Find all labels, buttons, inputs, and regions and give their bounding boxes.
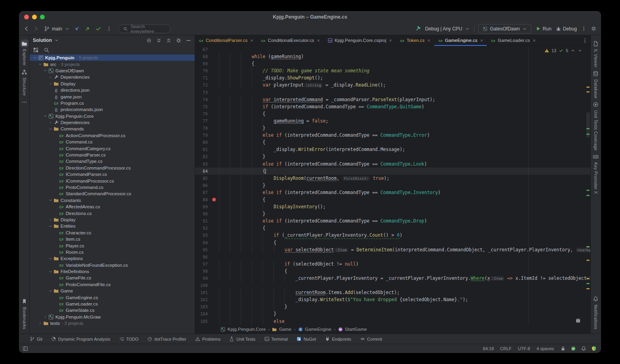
tool-window-button-unit-tests-coverage[interactable]: Unit Tests Coverage xyxy=(592,100,600,152)
line-number[interactable]: 87 xyxy=(195,189,209,196)
tree-item-command-cs[interactable]: C#Command.cs xyxy=(30,139,195,145)
close-tab-icon[interactable]: × xyxy=(389,38,392,43)
code-line-67[interactable]: 67 xyxy=(195,46,590,53)
breakpoint-icon[interactable] xyxy=(212,198,216,202)
code-line-81[interactable]: 81_display.WriteError(interpretedCommand… xyxy=(195,146,590,153)
tool-window-button-dottrace-profiler[interactable]: dotTrace Profiler xyxy=(147,336,186,341)
back-icon[interactable] xyxy=(23,26,29,32)
tool-window-button-git[interactable]: Git xyxy=(30,336,42,341)
gutter[interactable] xyxy=(209,46,219,53)
gutter[interactable] xyxy=(209,318,219,325)
chevron-down-icon[interactable] xyxy=(47,256,53,261)
code-line-69[interactable]: 69{ xyxy=(195,60,590,67)
line-number[interactable]: 99 xyxy=(195,275,209,282)
gutter[interactable] xyxy=(209,217,219,224)
breadcrumb-gameengine[interactable]: CGameEngine xyxy=(298,327,332,332)
tool-window-button-terminal[interactable]: Terminal xyxy=(264,336,288,341)
line-number[interactable]: 96 xyxy=(195,253,209,260)
tree-item-player-cs[interactable]: C#Player.cs xyxy=(30,242,195,249)
code-line-104[interactable]: 104} xyxy=(195,310,590,317)
tree-item-program-cs[interactable]: C#Program.cs xyxy=(30,100,195,106)
tree-item-commands[interactable]: Commands xyxy=(30,126,195,132)
tab-options-icon[interactable] xyxy=(582,38,588,43)
tree-item-entities[interactable]: Entities xyxy=(30,223,195,229)
gutter[interactable] xyxy=(209,139,219,146)
gutter[interactable] xyxy=(209,253,219,260)
code-line-90[interactable]: 90} xyxy=(195,210,590,217)
line-number[interactable]: 86 xyxy=(195,182,209,189)
tree-item-gamefile-cs[interactable]: C#GameFile.cs xyxy=(30,275,195,281)
tree-item-filedefinitions[interactable]: FileDefinitions xyxy=(30,268,195,275)
gutter[interactable] xyxy=(209,124,219,132)
chevron-right-icon[interactable] xyxy=(37,321,43,326)
error-stripe-mark[interactable] xyxy=(586,87,590,88)
tree-item-game[interactable]: Game xyxy=(30,288,195,294)
code-line-68[interactable]: 68while (gameRunning) xyxy=(195,53,590,60)
scope-icon[interactable] xyxy=(33,47,39,53)
chevron-down-icon[interactable] xyxy=(42,68,48,74)
line-number[interactable]: 78 xyxy=(195,124,209,132)
code-line-103[interactable]: 103} xyxy=(195,303,590,310)
close-tab-icon[interactable]: × xyxy=(427,38,430,43)
code-line-93[interactable]: 93if (_currentPlayer.PlayerInventory.Cou… xyxy=(195,232,590,239)
gutter[interactable] xyxy=(209,160,219,168)
line-number[interactable]: 95 xyxy=(195,246,209,253)
check-circle-icon[interactable] xyxy=(571,346,576,351)
magnifier-icon[interactable] xyxy=(44,47,49,53)
line-number[interactable]: 93 xyxy=(195,232,209,239)
settings-icon[interactable] xyxy=(591,26,597,32)
code-line-92[interactable]: 92{ xyxy=(195,224,590,232)
tree-item-display[interactable]: Display xyxy=(30,217,195,223)
commit-checkmark-icon[interactable] xyxy=(95,26,101,32)
line-number[interactable]: 75 xyxy=(195,103,209,110)
gutter[interactable] xyxy=(209,232,219,239)
gutter[interactable] xyxy=(209,168,219,175)
chevron-down-icon[interactable] xyxy=(32,55,38,60)
gutter[interactable] xyxy=(209,175,219,182)
line-number[interactable]: 74 xyxy=(195,96,209,103)
code-line-73[interactable]: 73 xyxy=(195,89,590,96)
tab-conditionalparser-cs[interactable]: C#ConditionalParser.cs× xyxy=(195,35,257,45)
line-number[interactable]: 72 xyxy=(195,81,209,89)
close-tab-icon[interactable]: × xyxy=(317,38,320,43)
expand-all-icon[interactable] xyxy=(156,38,162,43)
line-number[interactable]: 91 xyxy=(195,217,209,224)
tree-item-protocommands-json[interactable]: {}protocommands.json xyxy=(30,106,195,113)
build-icon[interactable] xyxy=(415,26,421,32)
code-line-70[interactable]: 70// TODO: Make game state mean somethin… xyxy=(195,67,590,74)
gutter[interactable] xyxy=(209,110,219,117)
tab-kpjg-penguin-core-csproj[interactable]: C#Kpjg.Penguin.Core.csproj× xyxy=(324,35,396,45)
tool-window-button-database[interactable]: Database xyxy=(592,69,600,100)
line-number[interactable]: 76 xyxy=(195,110,209,117)
error-stripe-mark[interactable] xyxy=(586,190,590,191)
tool-window-button-dynamic-program-analysis[interactable]: Dynamic Program Analysis xyxy=(51,336,110,341)
window-layouts-icon[interactable] xyxy=(23,346,28,351)
tree-item-actioncommandprocessor-cs[interactable]: C#ActionCommandProcessor.cs xyxy=(30,132,195,139)
vcs-more-icon[interactable] xyxy=(106,26,112,32)
line-number[interactable]: 69 xyxy=(195,60,209,67)
search-everywhere[interactable]: Search everywhere xyxy=(118,25,171,33)
tree-item-directions-cs[interactable]: C#Directions.cs xyxy=(30,210,195,216)
code-line-86[interactable]: 86} xyxy=(195,182,590,189)
tree-item-character-cs[interactable]: C#Character.cs xyxy=(30,230,195,236)
tree-item-icommandparser-cs[interactable]: C#ICommandParser.cs xyxy=(30,171,195,177)
tool-window-button-unit-tests[interactable]: Unit Tests xyxy=(229,336,255,341)
tool-window-button-structure[interactable]: Structure xyxy=(21,67,28,97)
inspections-widget[interactable]: 13 5 xyxy=(543,48,584,53)
close-tab-icon[interactable]: × xyxy=(250,38,253,43)
locate-icon[interactable] xyxy=(146,38,152,43)
tree-item-src[interactable]: src· 3 projects xyxy=(30,61,195,67)
code-line-97[interactable]: 97if (selectedObject != null) xyxy=(195,260,590,268)
tree-item-display[interactable]: Display xyxy=(30,81,195,87)
gutter[interactable] xyxy=(209,96,219,103)
tree-item-dependencies[interactable]: Dependencies xyxy=(30,74,195,80)
code-line-75[interactable]: 75if (interpretedCommand.CommandType == … xyxy=(195,103,590,110)
gutter[interactable] xyxy=(209,310,219,317)
tool-window-button-endpoints[interactable]: Endpoints xyxy=(325,336,351,341)
gutter[interactable] xyxy=(209,117,219,124)
tree-item-commandcategory-cs[interactable]: C#CommandCategory.cs xyxy=(30,145,195,151)
code-line-76[interactable]: 76{ xyxy=(195,110,590,117)
title-bar[interactable]: Kpjg.Penguin – GameEngine.cs xyxy=(19,11,601,23)
run-profile-select[interactable]: Debug | Any CPU xyxy=(425,26,470,32)
gutter[interactable] xyxy=(209,282,219,289)
